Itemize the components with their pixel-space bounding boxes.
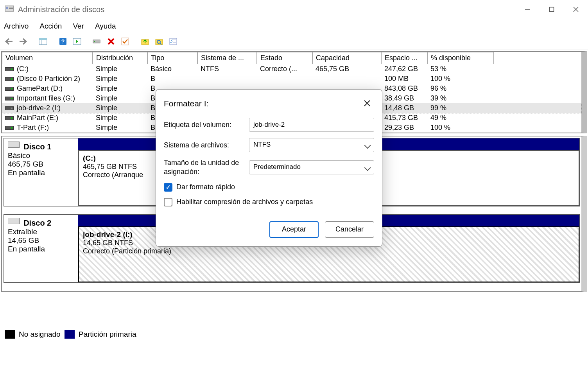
panel-icon[interactable] [37,36,49,47]
drive-icon [5,97,14,100]
maximize-button[interactable] [540,0,564,19]
partition-state: Correcto (Partición primaria) [83,247,575,255]
quick-format-checkbox[interactable] [164,183,172,192]
dialog-titlebar: Formatear I: [156,90,382,114]
toolbar: ? [0,33,588,50]
col-percent[interactable]: % disponible [427,52,494,64]
dialog-buttons: Aceptar Cancelar [156,216,382,246]
col-filesystem[interactable]: Sistema de ... [197,52,257,64]
disk-name: Disco 2 [23,219,51,228]
close-icon [364,100,371,107]
delete-icon[interactable] [105,36,117,47]
dialog-body: Etiqueta del volumen: Sistema de archivo… [156,114,382,216]
svg-rect-14 [93,40,100,43]
list-check-icon[interactable] [167,36,179,47]
compression-checkbox[interactable] [164,198,172,206]
menu-action[interactable]: Acción [39,22,62,31]
disk-info: Disco 2 Extraíble 14,65 GB En pantalla [4,215,78,282]
back-icon[interactable] [3,36,15,47]
help-icon[interactable]: ? [57,36,69,47]
disk-type: Extraíble [8,228,74,236]
table-row[interactable]: (Disco 0 Partición 2)SimpleB100 MB100 % [2,74,581,84]
close-button[interactable] [564,0,588,19]
disk-info: Disco 1 Básico 465,75 GB En pantalla [4,138,78,206]
disk-type: Básico [8,151,74,160]
folder-search-icon[interactable] [153,36,165,47]
cancel-button[interactable]: Cancelar [325,221,374,238]
folder-up-icon[interactable] [139,36,151,47]
drive-icon [5,116,14,120]
legend-unassigned-label: No asignado [19,330,61,339]
menu-file[interactable]: Archivo [4,22,29,31]
window-title: Administración de discos [18,5,515,14]
disk-name: Disco 1 [23,142,51,151]
disk-icon [8,142,20,148]
filesystem-select[interactable]: NTFS [249,138,374,152]
legend-primary-swatch [65,330,75,339]
allocation-select[interactable]: Predeterminado [249,160,374,174]
svg-rect-21 [170,38,177,45]
svg-rect-5 [550,7,554,12]
window-controls [515,0,588,19]
forward-icon[interactable] [17,36,29,47]
label-volume: Etiqueta del volumen: [164,121,249,129]
volume-label-input[interactable] [249,118,374,132]
drive-icon [5,106,14,110]
quick-format-label: Dar formato rápido [176,183,235,191]
svg-point-15 [94,41,95,42]
menu-view[interactable]: Ver [73,22,84,31]
col-capacity[interactable]: Capacidad [312,52,381,64]
drive-icon [5,126,14,130]
allocation-value: Predeterminado [253,163,301,170]
drive-icon [5,67,14,71]
disk-size: 14,65 GB [8,236,74,245]
ok-button[interactable]: Aceptar [269,221,319,238]
refresh-icon[interactable] [71,36,83,47]
label-filesystem: Sistema de archivos: [164,141,249,149]
rescan-icon[interactable] [91,36,103,47]
disk-status: En pantalla [8,169,74,177]
table-row[interactable]: (C:)SimpleBásicoNTFSCorrecto (...465,75 … [2,64,581,74]
legend-unassigned-swatch [5,330,15,339]
svg-rect-2 [9,7,13,7]
dialog-close-button[interactable] [360,97,374,111]
legend: No asignado Partición primaria [2,327,586,341]
col-volume[interactable]: Volumen [2,52,93,64]
titlebar: Administración de discos [0,0,588,19]
disk-size: 465,75 GB [8,160,74,169]
menubar: Archivo Acción Ver Ayuda [0,19,588,33]
dialog-title: Formatear I: [164,99,360,108]
app-icon [5,5,14,13]
check-icon[interactable] [119,36,131,47]
svg-rect-1 [6,7,8,9]
compression-label: Habilitar compresión de archivos y carpe… [176,198,313,206]
drive-icon [5,77,14,81]
col-status[interactable]: Estado [257,52,312,64]
svg-rect-9 [39,38,47,40]
col-type[interactable]: Tipo [147,52,197,64]
svg-rect-3 [9,8,13,9]
label-allocation: Tamaño de la unidad de asignación: [164,158,249,177]
filesystem-value: NTFS [253,141,271,148]
minimize-button[interactable] [515,0,540,19]
format-dialog: Formatear I: Etiqueta del volumen: Siste… [156,89,382,247]
col-free[interactable]: Espacio ... [381,52,427,64]
drive-icon [5,87,14,91]
disk-status: En pantalla [8,245,74,253]
disk-icon [8,218,20,224]
table-header: Volumen Distribución Tipo Sistema de ...… [2,52,581,64]
col-layout[interactable]: Distribución [93,52,147,64]
menu-help[interactable]: Ayuda [95,22,116,31]
legend-primary-label: Partición primaria [79,330,136,339]
svg-text:?: ? [61,38,65,45]
